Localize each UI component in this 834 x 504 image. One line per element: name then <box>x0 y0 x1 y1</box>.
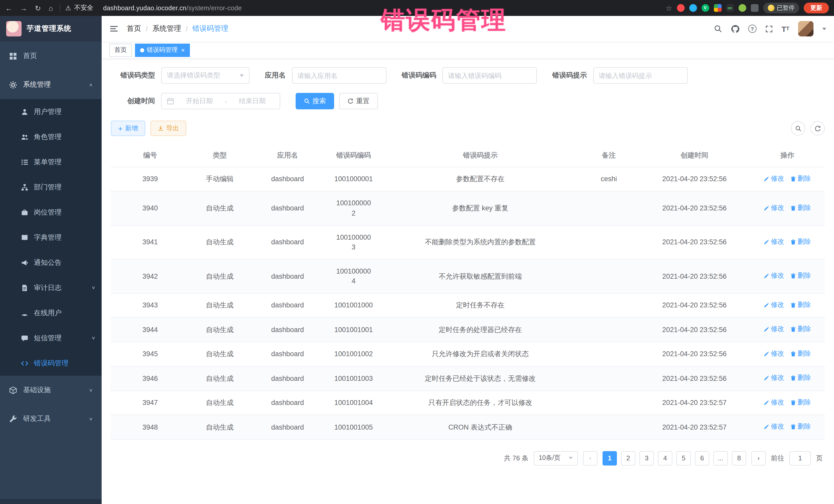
cell-msg: 定时任务的处理器已经存在 <box>382 318 578 342</box>
drop-extension-icon[interactable] <box>689 4 697 12</box>
back-icon[interactable]: ← <box>5 4 12 12</box>
toggle-search-button[interactable] <box>791 121 805 135</box>
fullscreen-icon[interactable] <box>765 25 773 32</box>
cell-time: 2021-04-20 23:52:57 <box>639 415 750 440</box>
prev-page-button[interactable]: ‹ <box>583 451 597 465</box>
close-tab-icon[interactable]: × <box>181 46 185 53</box>
cell-app: dashboard <box>250 192 325 225</box>
add-button[interactable]: + 新增 <box>111 120 145 136</box>
delete-link[interactable]: 删除 <box>790 237 811 247</box>
filter-app-name: 应用名 <box>265 67 386 84</box>
sidebar-item-dev-tools[interactable]: 研发工具∨ <box>0 404 102 433</box>
page-size-select[interactable]: 10条/页 <box>533 451 578 465</box>
search-icon[interactable] <box>714 25 722 33</box>
cell-app: dashboard <box>250 167 325 192</box>
delete-link[interactable]: 删除 <box>790 203 811 213</box>
address-bar[interactable]: dashboard.yudao.iocoder.cn/system/error-… <box>103 4 242 12</box>
edit-link[interactable]: 修改 <box>764 422 784 432</box>
delete-link[interactable]: 删除 <box>790 271 811 281</box>
edit-link[interactable]: 修改 <box>764 300 784 310</box>
profile-paused-badge[interactable]: 已暂停 <box>763 3 799 13</box>
hamburger-icon[interactable] <box>109 24 118 34</box>
help-icon[interactable]: ? <box>748 25 756 33</box>
page-button-6[interactable]: 6 <box>695 451 709 465</box>
vpn-on-extension-icon[interactable]: on <box>726 4 734 12</box>
delete-link[interactable]: 删除 <box>790 422 811 432</box>
sidebar-item-user-management[interactable]: 用户管理 <box>0 99 102 124</box>
delete-link[interactable]: 删除 <box>790 373 811 383</box>
github-icon[interactable] <box>730 24 739 33</box>
export-button[interactable]: 导出 <box>150 120 186 136</box>
tab-error-code-management[interactable]: 错误码管理 × <box>135 43 190 57</box>
sidebar-item-system[interactable]: 系统管理∧ <box>0 70 102 99</box>
sidebar-item-post-management[interactable]: 岗位管理 <box>0 200 102 225</box>
delete-link[interactable]: 删除 <box>790 398 811 408</box>
edit-link[interactable]: 修改 <box>764 237 784 247</box>
bookmark-star-icon[interactable]: ☆ <box>666 4 672 12</box>
breadcrumb-system[interactable]: 系统管理 <box>152 24 181 34</box>
browser-update-button[interactable]: 更新 <box>804 3 829 13</box>
error-code-input[interactable] <box>448 72 531 79</box>
page-button-8[interactable]: 8 <box>732 451 746 465</box>
sidebar-item-notice-management[interactable]: 通知公告 <box>0 250 102 275</box>
edit-link[interactable]: 修改 <box>764 203 784 213</box>
page-button-1[interactable]: 1 <box>602 451 617 465</box>
delete-link[interactable]: 删除 <box>790 349 811 359</box>
reset-button[interactable]: 重置 <box>339 93 378 109</box>
sidebar-item-role-management[interactable]: 角色管理 <box>0 124 102 149</box>
breadcrumb-home[interactable]: 首页 <box>127 24 141 34</box>
home-icon[interactable]: ⌂ <box>48 4 53 12</box>
app-logo[interactable]: 芋道管理系统 <box>0 16 102 42</box>
error-type-select[interactable]: 请选择错误码类型 <box>161 67 249 84</box>
sidebar-item-dict-management[interactable]: 字典管理 <box>0 225 102 250</box>
page-button-2[interactable]: 2 <box>621 451 635 465</box>
sidebar-collapse-strip[interactable] <box>0 499 102 504</box>
chevron-down-icon[interactable] <box>822 27 826 30</box>
tab-home[interactable]: 首页 <box>109 43 132 57</box>
end-date-placeholder[interactable]: 结束日期 <box>230 96 275 106</box>
error-hint-input[interactable] <box>599 72 682 79</box>
goto-page-input[interactable] <box>789 451 811 465</box>
font-size-icon[interactable]: TT <box>782 25 789 32</box>
cell-id: 3944 <box>111 318 190 342</box>
create-time-range-picker[interactable]: 开始日期 - 结束日期 <box>161 93 280 109</box>
next-page-button[interactable]: › <box>751 451 766 465</box>
search-button[interactable]: 搜索 <box>295 93 334 109</box>
reload-icon[interactable]: ↻ <box>35 4 41 12</box>
v-extension-icon[interactable]: V <box>701 4 709 12</box>
apps-grid-extension-icon[interactable] <box>714 4 721 12</box>
leaf-extension-icon[interactable] <box>738 4 746 12</box>
delete-link[interactable]: 删除 <box>790 300 811 310</box>
page-ellipsis[interactable]: ... <box>714 451 728 465</box>
record-extension-icon[interactable] <box>677 4 684 12</box>
trash-icon <box>790 273 796 279</box>
forward-icon[interactable]: → <box>20 4 27 12</box>
setting-icon <box>9 81 17 89</box>
edit-link[interactable]: 修改 <box>764 398 784 408</box>
start-date-placeholder[interactable]: 开始日期 <box>177 96 222 106</box>
cell-id: 3942 <box>111 259 190 293</box>
puzzle-extensions-icon[interactable] <box>751 4 758 12</box>
edit-link[interactable]: 修改 <box>764 271 784 281</box>
edit-link[interactable]: 修改 <box>764 373 784 383</box>
sidebar-item-error-code-management[interactable]: 错误码管理 <box>0 351 102 376</box>
edit-link[interactable]: 修改 <box>764 174 784 184</box>
page-button-5[interactable]: 5 <box>676 451 691 465</box>
delete-link[interactable]: 删除 <box>790 174 811 184</box>
app-name-input[interactable] <box>298 72 380 79</box>
sidebar-item-menu-management[interactable]: 菜单管理 <box>0 149 102 175</box>
sidebar-item-dept-management[interactable]: 部门管理 <box>0 175 102 200</box>
page-button-4[interactable]: 4 <box>658 451 672 465</box>
user-avatar[interactable] <box>798 21 813 37</box>
refresh-table-button[interactable] <box>810 121 825 135</box>
sidebar-item-online-users[interactable]: 在线用户 <box>0 300 102 325</box>
sidebar-item-sms-management[interactable]: 短信管理∨ <box>0 325 102 351</box>
delete-link[interactable]: 删除 <box>790 325 811 334</box>
sidebar-item-home[interactable]: 首页 <box>0 42 102 70</box>
sidebar-item-infrastructure[interactable]: 基础设施∨ <box>0 376 102 404</box>
edit-link[interactable]: 修改 <box>764 325 784 334</box>
sidebar-item-audit-log[interactable]: 审计日志∨ <box>0 275 102 300</box>
security-indicator[interactable]: ⚠ 不安全 <box>60 4 98 12</box>
edit-link[interactable]: 修改 <box>764 349 784 359</box>
page-button-3[interactable]: 3 <box>639 451 654 465</box>
